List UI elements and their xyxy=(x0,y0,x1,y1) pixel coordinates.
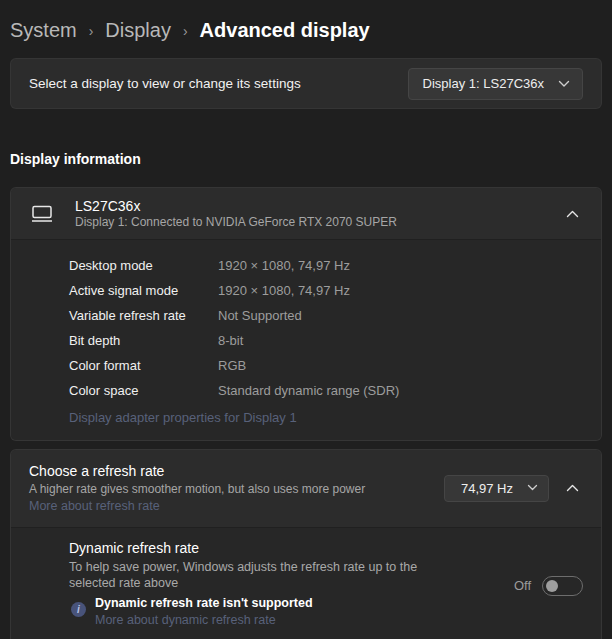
more-about-dynamic-refresh-rate-link[interactable]: More about dynamic refresh rate xyxy=(95,612,276,629)
breadcrumb-display[interactable]: Display xyxy=(105,19,171,42)
refresh-rate-title: Choose a refresh rate xyxy=(29,461,434,481)
dynamic-refresh-not-supported-text: Dynamic refresh rate isn't supported xyxy=(95,594,313,612)
display-connection-info: Display 1: Connected to NVIDIA GeForce R… xyxy=(75,215,562,230)
chevron-up-icon xyxy=(566,484,579,492)
display-information-header[interactable]: LS27C36x Display 1: Connected to NVIDIA … xyxy=(11,188,601,240)
refresh-rate-description: A higher rate gives smoother motion, but… xyxy=(29,481,434,498)
detail-label: Color space xyxy=(69,383,218,398)
collapse-display-info-button[interactable] xyxy=(562,206,583,222)
toggle-knob xyxy=(546,580,558,592)
refresh-rate-text: Choose a refresh rate A higher rate give… xyxy=(29,461,444,515)
info-icon: i xyxy=(71,602,86,617)
detail-label: Variable refresh rate xyxy=(69,308,218,323)
breadcrumb-system[interactable]: System xyxy=(10,19,77,42)
select-display-card: Select a display to view or change its s… xyxy=(10,58,602,109)
detail-row: Color space Standard dynamic range (SDR) xyxy=(69,378,583,403)
display-name: LS27C36x xyxy=(75,198,562,215)
dynamic-refresh-rate-title: Dynamic refresh rate xyxy=(69,538,481,559)
detail-value: 8-bit xyxy=(218,333,243,348)
chevron-right-icon: › xyxy=(89,21,94,39)
refresh-rate-value: 74,97 Hz xyxy=(461,481,513,496)
dynamic-refresh-toggle-row: Off xyxy=(514,576,583,596)
display-selector-value: Display 1: LS27C36x xyxy=(423,76,544,91)
dynamic-refresh-status-block: Dynamic refresh rate isn't supported Mor… xyxy=(95,594,313,629)
chevron-right-icon: › xyxy=(183,21,188,39)
display-adapter-properties-link[interactable]: Display adapter properties for Display 1 xyxy=(69,408,297,428)
display-information-card: LS27C36x Display 1: Connected to NVIDIA … xyxy=(10,187,602,441)
page-title: Advanced display xyxy=(200,19,370,42)
dynamic-refresh-status-row: i Dynamic refresh rate isn't supported M… xyxy=(69,594,481,629)
display-information-heading: Display information xyxy=(10,151,602,167)
select-display-label: Select a display to view or change its s… xyxy=(29,76,301,91)
refresh-rate-header: Choose a refresh rate A higher rate give… xyxy=(11,450,601,528)
advanced-display-page: System › Display › Advanced display Sele… xyxy=(0,0,612,639)
chevron-down-icon xyxy=(558,80,570,88)
detail-label: Color format xyxy=(69,358,218,373)
collapse-refresh-rate-button[interactable] xyxy=(562,480,583,496)
refresh-rate-dropdown[interactable]: 74,97 Hz xyxy=(444,475,549,502)
detail-label: Desktop mode xyxy=(69,258,218,273)
refresh-rate-card: Choose a refresh rate A higher rate give… xyxy=(10,449,602,639)
detail-value: 1920 × 1080, 74,97 Hz xyxy=(218,258,350,273)
more-about-refresh-rate-link[interactable]: More about refresh rate xyxy=(29,498,160,515)
display-information-details: Desktop mode 1920 × 1080, 74,97 Hz Activ… xyxy=(11,240,601,440)
detail-value: Standard dynamic range (SDR) xyxy=(218,383,399,398)
dynamic-refresh-rate-description: To help save power, Windows adjusts the … xyxy=(69,559,459,591)
toggle-state-label: Off xyxy=(514,578,531,593)
chevron-up-icon xyxy=(566,210,579,218)
breadcrumb: System › Display › Advanced display xyxy=(10,0,602,50)
detail-value: 1920 × 1080, 74,97 Hz xyxy=(218,283,350,298)
refresh-rate-controls: 74,97 Hz xyxy=(444,475,583,502)
monitor-icon xyxy=(31,204,55,223)
detail-label: Bit depth xyxy=(69,333,218,348)
detail-row: Active signal mode 1920 × 1080, 74,97 Hz xyxy=(69,278,583,303)
detail-label: Active signal mode xyxy=(69,283,218,298)
detail-row: Desktop mode 1920 × 1080, 74,97 Hz xyxy=(69,253,583,278)
dynamic-refresh-rate-section: Dynamic refresh rate To help save power,… xyxy=(11,528,601,639)
display-card-titles: LS27C36x Display 1: Connected to NVIDIA … xyxy=(75,198,562,230)
chevron-down-icon xyxy=(527,484,538,492)
detail-value: RGB xyxy=(218,358,246,373)
display-selector-dropdown[interactable]: Display 1: LS27C36x xyxy=(408,68,583,100)
detail-row: Variable refresh rate Not Supported xyxy=(69,303,583,328)
detail-row: Bit depth 8-bit xyxy=(69,328,583,353)
detail-row: Color format RGB xyxy=(69,353,583,378)
dynamic-refresh-toggle[interactable] xyxy=(542,576,583,596)
detail-value: Not Supported xyxy=(218,308,302,323)
